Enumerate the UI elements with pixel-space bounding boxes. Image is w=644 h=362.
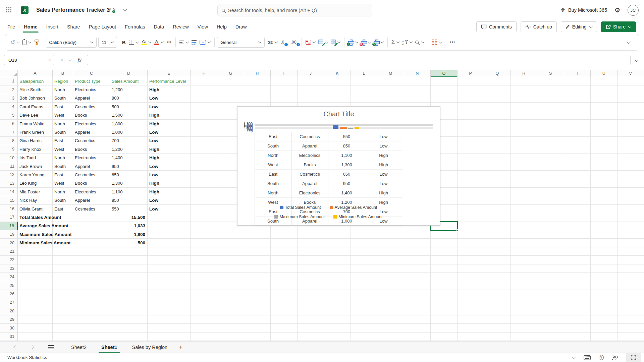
cell-B12[interactable]: East xyxy=(53,171,73,179)
cell-C28[interactable] xyxy=(73,307,110,315)
autosum-button[interactable]: Σ xyxy=(390,37,401,48)
cell-Q9[interactable] xyxy=(484,145,511,154)
cell-R21[interactable] xyxy=(511,247,538,256)
undo-button[interactable]: ↺ xyxy=(9,37,21,48)
wrap-text-button[interactable] xyxy=(190,37,198,48)
sheet-tab-sheet1[interactable]: Sheet1 xyxy=(94,342,125,353)
cell-T8[interactable] xyxy=(564,137,591,145)
cell-Q28[interactable] xyxy=(484,307,511,315)
cell-V4[interactable] xyxy=(618,103,644,111)
cell-K20[interactable] xyxy=(324,239,351,247)
cell-D11[interactable]: 950 xyxy=(110,162,148,171)
cell-H23[interactable] xyxy=(244,264,271,273)
cell-S2[interactable] xyxy=(537,85,564,94)
cell-T26[interactable] xyxy=(564,290,591,298)
cell-B28[interactable] xyxy=(53,307,73,315)
cell-R25[interactable] xyxy=(511,281,538,290)
cell-C1[interactable]: Product Type xyxy=(73,77,110,85)
cell-E27[interactable] xyxy=(148,298,191,307)
cell-E25[interactable] xyxy=(148,281,191,290)
cell-R17[interactable] xyxy=(511,213,538,222)
cell-M24[interactable] xyxy=(377,273,404,281)
cell-P28[interactable] xyxy=(458,307,484,315)
cell-A26[interactable] xyxy=(18,290,53,298)
cell-R18[interactable] xyxy=(511,222,538,230)
cell-L19[interactable] xyxy=(351,230,378,239)
cell-F15[interactable] xyxy=(191,196,217,204)
cell-V25[interactable] xyxy=(618,281,644,290)
cell-U27[interactable] xyxy=(591,298,618,307)
title-menu-chevron-icon[interactable] xyxy=(123,7,127,11)
select-all-corner[interactable] xyxy=(0,70,18,77)
cell-R15[interactable] xyxy=(511,196,538,204)
all-sheets-menu-icon[interactable] xyxy=(48,345,54,349)
settings-gear-icon[interactable]: ⚙ xyxy=(614,7,620,13)
row-header-9[interactable]: 9 xyxy=(0,145,18,154)
cell-O22[interactable] xyxy=(431,256,458,264)
cell-S29[interactable] xyxy=(537,315,564,324)
cell-C8[interactable]: Cosmetics xyxy=(73,137,110,145)
cell-A17[interactable]: Total Sales Amount xyxy=(18,213,53,222)
cell-H26[interactable] xyxy=(244,290,271,298)
cell-N24[interactable] xyxy=(404,273,431,281)
cell-F5[interactable] xyxy=(191,111,217,120)
cell-A5[interactable]: Dave Lee xyxy=(18,111,53,120)
cell-S17[interactable] xyxy=(537,213,564,222)
cell-V2[interactable] xyxy=(618,85,644,94)
cell-T6[interactable] xyxy=(564,120,591,128)
cell-C24[interactable] xyxy=(73,273,110,281)
cell-V10[interactable] xyxy=(618,154,644,162)
insert-cells-button[interactable]: + xyxy=(347,37,360,48)
row-header-27[interactable]: 27 xyxy=(0,298,18,307)
cell-N21[interactable] xyxy=(404,247,431,256)
row-header-22[interactable]: 22 xyxy=(0,256,18,264)
cell-O20[interactable] xyxy=(431,239,458,247)
cell-U4[interactable] xyxy=(591,103,618,111)
cell-D21[interactable] xyxy=(110,247,148,256)
cell-T27[interactable] xyxy=(564,298,591,307)
cell-T29[interactable] xyxy=(564,315,591,324)
column-header-H[interactable]: H xyxy=(244,70,271,77)
cell-K3[interactable] xyxy=(324,94,351,103)
cell-S8[interactable] xyxy=(537,137,564,145)
cell-Q5[interactable] xyxy=(484,111,511,120)
cell-E20[interactable] xyxy=(148,239,191,247)
font-color-button[interactable] xyxy=(153,37,165,48)
cell-V3[interactable] xyxy=(618,94,644,103)
cell-T16[interactable] xyxy=(564,205,591,213)
cell-S26[interactable] xyxy=(537,290,564,298)
cell-B2[interactable]: North xyxy=(53,85,73,94)
cell-Q22[interactable] xyxy=(484,256,511,264)
cell-U22[interactable] xyxy=(591,256,618,264)
cell-G2[interactable] xyxy=(217,85,244,94)
cell-J24[interactable] xyxy=(298,273,324,281)
cell-R23[interactable] xyxy=(511,264,538,273)
cell-B21[interactable] xyxy=(53,247,73,256)
cell-V20[interactable] xyxy=(618,239,644,247)
cell-D9[interactable]: 1,200 xyxy=(110,145,148,154)
cell-H2[interactable] xyxy=(244,85,271,94)
cell-O31[interactable] xyxy=(431,333,458,341)
cell-D1[interactable]: Sales Amount xyxy=(110,77,148,85)
merge-center-button[interactable] xyxy=(198,37,212,48)
cell-E31[interactable] xyxy=(148,333,191,341)
cell-V28[interactable] xyxy=(618,307,644,315)
buy-microsoft-365-link[interactable]: Buy Microsoft 365 xyxy=(560,7,607,13)
menu-item-insert[interactable]: Insert xyxy=(46,20,58,34)
cell-R1[interactable] xyxy=(511,77,538,85)
cell-G21[interactable] xyxy=(217,247,244,256)
cell-N29[interactable] xyxy=(404,315,431,324)
cell-B25[interactable] xyxy=(53,281,73,290)
insert-function-icon[interactable]: fx xyxy=(77,57,81,63)
cell-Q18[interactable] xyxy=(484,222,511,230)
cell-C26[interactable] xyxy=(73,290,110,298)
cell-Q24[interactable] xyxy=(484,273,511,281)
cell-C14[interactable]: Electronics xyxy=(73,188,110,196)
cell-B24[interactable] xyxy=(53,273,73,281)
cell-T14[interactable] xyxy=(564,188,591,196)
cell-P24[interactable] xyxy=(458,273,484,281)
cell-R30[interactable] xyxy=(511,324,538,332)
fill-color-button[interactable] xyxy=(140,37,153,48)
menu-item-view[interactable]: View xyxy=(198,20,208,34)
cell-I30[interactable] xyxy=(271,324,298,332)
